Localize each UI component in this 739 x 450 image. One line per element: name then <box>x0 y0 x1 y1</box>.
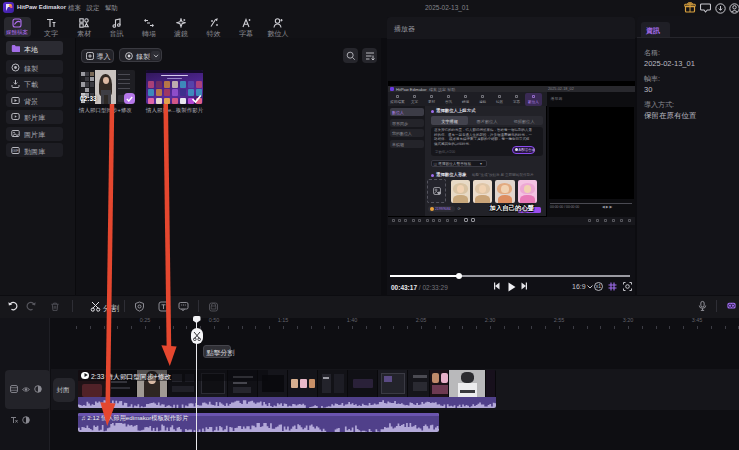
svg-text:x1: x1 <box>596 283 602 289</box>
svg-text:GIF: GIF <box>13 149 20 153</box>
